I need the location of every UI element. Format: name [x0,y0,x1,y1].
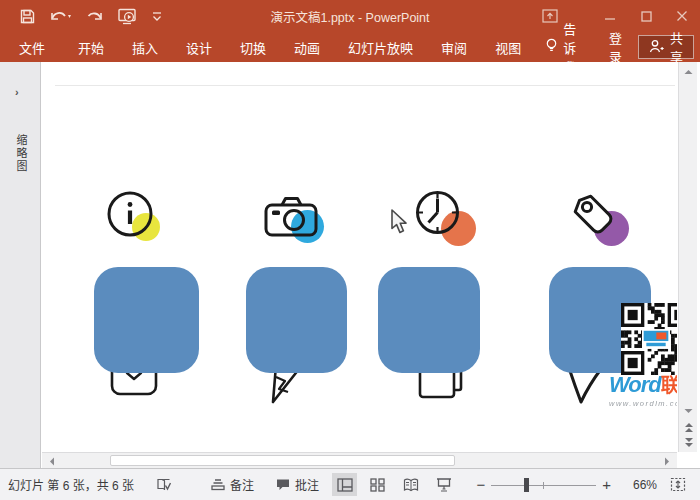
previous-slide-icon[interactable] [680,420,697,435]
cursor-arrow-icon [390,209,408,235]
brand-league: 联盟 [661,375,677,396]
qr-code [621,303,677,375]
notes-button[interactable]: 备注 [211,476,254,493]
share-button[interactable]: 共享 [638,35,694,59]
status-bar: 幻灯片 第 6 张，共 6 张 备注 批注 [0,468,700,500]
zoom-slider[interactable] [491,478,596,492]
tag-icon[interactable] [569,190,621,242]
scroll-left-icon[interactable] [44,454,60,468]
camera-icon[interactable] [263,194,319,238]
partially-hidden-icons [42,62,677,452]
lightbulb-icon [545,38,558,56]
view-slideshow-button[interactable] [431,473,456,496]
notes-icon [211,478,225,491]
zoom-level[interactable]: 66% [627,478,657,492]
save-icon[interactable] [20,9,35,24]
comments-icon [276,478,290,491]
info-icon[interactable] [106,190,154,238]
status-right: − + 66% [332,473,690,496]
tab-review[interactable]: 审阅 [427,32,481,62]
tell-me-box[interactable]: 告诉我... [535,32,597,62]
tab-transitions[interactable]: 切换 [226,32,280,62]
sign-in-button[interactable]: 登录 [597,28,636,66]
brand-word: Word [609,372,661,397]
blue-card-1[interactable] [94,267,199,373]
tab-insert[interactable]: 插入 [118,32,172,62]
brand-url: www.wordlm.com [609,399,677,408]
qat-more-icon[interactable] [152,11,162,22]
tab-animations[interactable]: 动画 [280,32,334,62]
zoom-in-icon[interactable]: + [596,476,617,493]
present-from-start-icon[interactable] [118,8,138,25]
slide-indicator: 幻灯片 第 6 张，共 6 张 [8,476,134,493]
zoom-slider-midtick [543,482,544,489]
expand-chevron-icon[interactable]: › [15,86,19,98]
proofing-status[interactable] [156,477,171,492]
speech-tail-icon [569,368,601,402]
tab-file[interactable]: 文件 [0,32,64,62]
thumbnail-panel-label: 缩略图 [13,134,29,173]
thumbnail-panel-collapsed[interactable]: › 缩略图 [0,62,41,468]
tab-design[interactable]: 设计 [172,32,226,62]
fit-to-window-icon[interactable] [665,473,690,496]
view-reading-button[interactable] [398,473,423,496]
scroll-right-icon[interactable] [659,454,675,468]
tab-home[interactable]: 开始 [64,32,118,62]
horizontal-scroll-thumb[interactable] [110,455,455,466]
slide-canvas[interactable]: Word联盟 www.wordlm.com [42,62,677,452]
tab-view[interactable]: 视图 [481,32,535,62]
view-normal-button[interactable] [332,473,357,496]
vertical-scrollbar[interactable] [678,62,697,452]
comments-label: 批注 [295,476,319,493]
blue-card-3[interactable] [378,267,480,373]
scroll-down-icon[interactable] [680,403,697,418]
undo-icon[interactable] [49,9,73,24]
next-slide-icon[interactable] [680,435,697,450]
zoom-slider-thumb[interactable] [524,478,529,492]
share-person-icon [649,39,664,56]
watermark-brand: Word联盟 www.wordlm.com [609,370,677,408]
notes-label: 备注 [230,476,254,493]
proofing-book-icon [156,477,171,492]
blue-card-2[interactable] [246,267,347,373]
ribbon-tab-row: 文件 开始 插入 设计 切换 动画 幻灯片放映 审阅 视图 告诉我... 登录 … [0,32,700,62]
clock-icon[interactable] [414,189,461,236]
view-sorter-button[interactable] [365,473,390,496]
zoom-out-icon[interactable]: − [470,476,491,493]
scroll-up-icon[interactable] [680,64,697,79]
tab-slideshow[interactable]: 幻灯片放映 [334,32,427,62]
title-bar: 演示文稿1.pptx - PowerPoint [0,0,700,32]
horizontal-scrollbar[interactable] [42,452,677,468]
redo-icon[interactable] [87,9,104,24]
share-label: 共享 [670,28,683,66]
powerpoint-window: 演示文稿1.pptx - PowerPoint 文件 开始 插入 设计 切换 动… [0,0,700,500]
quick-access-toolbar [20,8,162,25]
comments-button[interactable]: 批注 [276,476,319,493]
status-left: 幻灯片 第 6 张，共 6 张 备注 批注 [8,476,319,493]
